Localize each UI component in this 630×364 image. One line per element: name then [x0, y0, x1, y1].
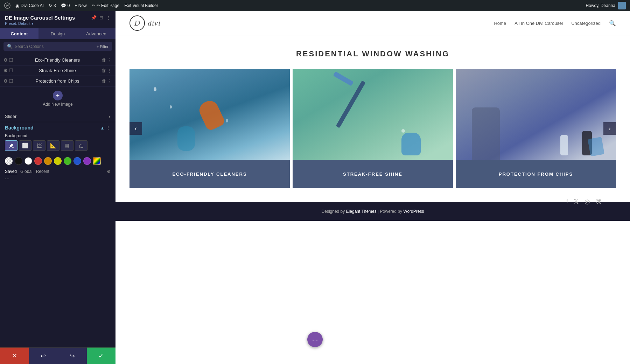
sync-item[interactable]: ↻ 3: [49, 3, 56, 8]
color-tab-global[interactable]: Global: [20, 169, 33, 174]
elegant-themes-link[interactable]: Elegant Themes: [346, 209, 377, 214]
red-swatch[interactable]: [34, 157, 42, 165]
add-circle-icon: +: [53, 91, 63, 100]
rainbow-swatch[interactable]: [93, 157, 101, 165]
filter-button[interactable]: + Filter: [97, 44, 108, 49]
background-more-icon[interactable]: ⋮: [106, 125, 111, 131]
item-icons: ⚙ ❐: [4, 57, 13, 63]
background-label: Background: [5, 133, 111, 138]
exit-label: Exit Visual Builder: [124, 3, 158, 8]
wordpress-link[interactable]: WordPress: [403, 209, 424, 214]
more-icon[interactable]: ⋮: [107, 78, 112, 84]
undo-button[interactable]: ↩: [29, 348, 58, 364]
sync-icon: ↻: [49, 3, 52, 8]
slider-section[interactable]: Slider ▾: [0, 111, 115, 122]
more-icon[interactable]: ⋮: [107, 57, 112, 63]
chevron-up-icon[interactable]: ▴: [101, 125, 104, 131]
copy-icon[interactable]: ❐: [9, 68, 13, 73]
item-actions: 🗑 ⋮: [102, 57, 112, 63]
bg-pattern-button[interactable]: 📐: [47, 140, 59, 151]
fab-button[interactable]: ···: [307, 332, 323, 347]
settings-icon[interactable]: ⚙: [4, 68, 8, 73]
save-button[interactable]: ✓: [87, 348, 116, 364]
copy-icon[interactable]: ❐: [9, 78, 13, 84]
nav-carousel[interactable]: All In One Divi Carousel: [514, 21, 563, 26]
delete-icon[interactable]: 🗑: [102, 68, 106, 73]
carousel-card: PROTECTION FROM CHIPS: [456, 69, 616, 188]
color-settings-icon[interactable]: ⚙: [107, 169, 111, 174]
cancel-button[interactable]: ✕: [0, 348, 29, 364]
tab-design[interactable]: Design: [38, 28, 77, 39]
avatar: [618, 2, 626, 9]
color-tab-recent[interactable]: Recent: [36, 169, 49, 174]
yellow-swatch[interactable]: [54, 157, 62, 165]
instagram-icon[interactable]: ◎: [584, 198, 590, 205]
tab-content[interactable]: Content: [0, 28, 38, 39]
preview-footer-wrapper: Designed by Elegant Themes | Powered by …: [115, 202, 630, 221]
delete-icon[interactable]: 🗑: [102, 57, 106, 63]
more-icon[interactable]: ⋮: [107, 68, 112, 73]
bg-gradient-button[interactable]: 🖼: [33, 140, 46, 151]
sidebar-title-icons: 📌 ⊟ ⋮: [91, 15, 111, 20]
orange-swatch[interactable]: [44, 157, 52, 165]
black-swatch[interactable]: [15, 157, 22, 165]
nav-uncategorized[interactable]: Uncategorized: [571, 21, 601, 26]
white-swatch[interactable]: [24, 157, 32, 165]
delete-icon[interactable]: 🗑: [102, 78, 106, 84]
tab-advanced[interactable]: Advanced: [77, 28, 115, 39]
background-header-icons: ▴ ⋮: [101, 125, 111, 131]
twitter-icon[interactable]: 𝕏: [574, 198, 579, 205]
bg-color-button[interactable]: [5, 140, 18, 151]
edit-page-item[interactable]: ✏ ✏ Edit Page: [92, 3, 119, 8]
item-label: Streak-Free Shine: [16, 68, 99, 73]
divi-logo-icon: ◉: [15, 3, 19, 8]
transparent-swatch[interactable]: [5, 157, 13, 165]
settings-icon[interactable]: ⚙: [4, 57, 8, 63]
more-options-icon[interactable]: ⋮: [106, 15, 111, 20]
save-icon: ✓: [98, 352, 104, 360]
logo-text: divi: [148, 19, 161, 28]
color-tab-saved[interactable]: Saved: [5, 169, 17, 174]
green-swatch[interactable]: [64, 157, 71, 165]
preset-label[interactable]: Preset: Default ▾: [5, 21, 111, 26]
divi-code-ai-item[interactable]: ◉ Divi Code AI: [15, 3, 44, 8]
carousel-next-button[interactable]: ›: [603, 122, 616, 135]
nav-home[interactable]: Home: [494, 21, 506, 26]
social-icons: f 𝕏 ◎ ⌘: [566, 198, 616, 205]
comment-item[interactable]: 💬 0: [61, 3, 70, 8]
pin-icon[interactable]: 📌: [91, 15, 97, 20]
bg-mask-button[interactable]: ▦: [61, 140, 74, 151]
background-type-buttons: ⬜ 🖼 📐 ▦ 🗂: [5, 140, 111, 151]
facebook-icon[interactable]: f: [566, 198, 568, 205]
more-options-button[interactable]: ···: [0, 176, 115, 182]
carousel-card: STREAK-FREE SHINE: [293, 69, 453, 188]
bg-image-button[interactable]: ⬜: [19, 140, 31, 151]
carousel-cards: ECO-FRIENDLY CLEANERS S: [130, 69, 616, 188]
redo-button[interactable]: ↪: [58, 348, 87, 364]
item-actions: 🗑 ⋮: [102, 78, 112, 84]
rss-icon[interactable]: ⌘: [596, 198, 602, 205]
new-label: + New: [75, 3, 86, 8]
purple-swatch[interactable]: [83, 157, 91, 165]
new-item[interactable]: + New: [75, 3, 86, 8]
copy-icon[interactable]: ❐: [9, 57, 13, 63]
blue-swatch[interactable]: [74, 157, 81, 165]
bg-video-button[interactable]: 🗂: [75, 140, 88, 151]
wp-logo-item[interactable]: W: [4, 2, 10, 9]
sync-count: 3: [54, 3, 56, 8]
redo-icon: ↪: [70, 352, 75, 360]
admin-bar-right: Howdy, Deanna: [586, 2, 626, 9]
exit-visual-builder-item[interactable]: Exit Visual Builder: [124, 3, 158, 8]
item-icons: ⚙ ❐: [4, 78, 13, 84]
add-new-image-button[interactable]: + Add New Image: [0, 86, 115, 111]
settings-icon[interactable]: ⚙: [4, 78, 8, 84]
carousel-prev-button[interactable]: ‹: [130, 122, 142, 135]
item-label: Protection from Chips: [16, 78, 99, 84]
search-icon[interactable]: 🔍: [609, 20, 616, 27]
list-item: ⚙ ❐ Streak-Free Shine 🗑 ⋮: [0, 65, 115, 76]
item-label: Eco-Friendly Cleaners: [16, 57, 99, 63]
search-input[interactable]: [15, 44, 94, 49]
split-icon[interactable]: ⊟: [99, 15, 103, 20]
background-section: Background ▴ ⋮ Background ⬜ 🖼 📐 ▦ 🗂: [0, 122, 115, 154]
card-label: STREAK-FREE SHINE: [293, 160, 453, 188]
